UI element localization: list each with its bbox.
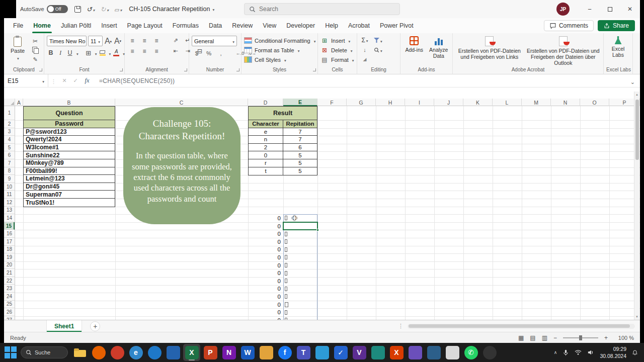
- column-header-o[interactable]: O: [580, 99, 609, 106]
- row-header-23[interactable]: 23: [4, 285, 15, 293]
- comments-button[interactable]: Comments: [544, 20, 594, 31]
- row-header-6[interactable]: 6: [4, 151, 15, 159]
- column-header-i[interactable]: I: [405, 99, 434, 106]
- password-column-header[interactable]: Password: [24, 120, 115, 128]
- taskbar-app-app-teal[interactable]: [369, 344, 386, 361]
- column-header-n[interactable]: N: [551, 99, 580, 106]
- cell-e8-repetition[interactable]: 5: [283, 167, 317, 175]
- workbook-title[interactable]: CH-105 Character Repetition: [129, 6, 214, 13]
- font-size-select[interactable]: 11: [88, 36, 103, 46]
- decrease-font-size-button[interactable]: A: [114, 37, 122, 45]
- taskbar-clock[interactable]: 09:29 30.08.2024: [600, 345, 626, 359]
- result-table-title[interactable]: Result: [249, 107, 317, 120]
- formula-bar-splitter[interactable]: [51, 76, 56, 85]
- horizontal-scrollbar[interactable]: [408, 324, 635, 329]
- save-button[interactable]: [74, 6, 81, 13]
- row-header-26[interactable]: 26: [4, 308, 15, 316]
- delete-cells-button[interactable]: Delete: [320, 45, 354, 55]
- menu-tab-insert[interactable]: Insert: [96, 18, 122, 33]
- menu-tab-view[interactable]: View: [258, 18, 281, 33]
- cut-button[interactable]: [31, 37, 39, 45]
- new-sheet-button[interactable]: [90, 321, 100, 331]
- row-header-25[interactable]: 25: [4, 301, 15, 309]
- vertical-scrollbar[interactable]: [634, 92, 639, 320]
- share-button[interactable]: Share: [598, 20, 635, 31]
- sort-filter-button[interactable]: [374, 36, 382, 44]
- font-name-select[interactable]: Times New Ro: [47, 36, 87, 46]
- align-top-button[interactable]: [128, 37, 136, 45]
- align-center-button[interactable]: [140, 47, 148, 55]
- microphone-icon[interactable]: [562, 349, 569, 356]
- row-header-20[interactable]: 20: [4, 261, 15, 269]
- column-header-k[interactable]: K: [463, 99, 493, 106]
- cell-d16[interactable]: 0: [248, 230, 283, 238]
- fill-handle[interactable]: [316, 229, 319, 231]
- align-right-button[interactable]: [152, 47, 160, 55]
- column-header-a[interactable]: A: [15, 99, 23, 106]
- row-header-4[interactable]: 4: [4, 136, 15, 144]
- cell-d7-character[interactable]: r: [249, 159, 283, 167]
- cell-styles-button[interactable]: Cell Styles: [244, 55, 315, 64]
- row-header-15[interactable]: 15: [4, 222, 15, 230]
- taskbar-app-onenote[interactable]: N: [220, 344, 237, 361]
- autosum-button[interactable]: Σ: [361, 36, 369, 44]
- cell-e23[interactable]: [283, 285, 317, 293]
- taskbar-app-firefox[interactable]: [90, 344, 107, 361]
- cell-b11-password[interactable]: Superman07: [24, 191, 115, 199]
- taskbar-app-app-dark[interactable]: [481, 344, 498, 361]
- cell-e3-repetition[interactable]: 7: [283, 128, 317, 136]
- cell-d5-character[interactable]: 2: [249, 144, 283, 151]
- cell-b8-password[interactable]: F00tball99!: [24, 167, 115, 175]
- cell-d25[interactable]: 0: [248, 301, 283, 309]
- cell-e26[interactable]: [283, 308, 317, 316]
- row-header-21[interactable]: 21: [4, 269, 15, 277]
- maximize-button[interactable]: [600, 0, 620, 18]
- cell-d17[interactable]: 0: [248, 238, 283, 246]
- alignment-dialog-launcher[interactable]: [184, 68, 187, 71]
- cancel-button[interactable]: [59, 77, 70, 84]
- menu-tab-formulas[interactable]: Formulas: [168, 18, 204, 33]
- bold-button[interactable]: B: [47, 49, 55, 57]
- repetition-column-header[interactable]: Repitation: [283, 120, 317, 128]
- taskbar-app-word[interactable]: W: [239, 344, 256, 361]
- increase-font-size-button[interactable]: A: [104, 37, 112, 45]
- analyze-data-button[interactable]: Analyze Data: [428, 36, 450, 59]
- hidden-icons-button[interactable]: [554, 350, 557, 355]
- collapse-ribbon-button[interactable]: [630, 77, 635, 86]
- menu-tab-julian-p-ltl[interactable]: Julian Pöltl: [56, 18, 96, 33]
- autosave-toggle[interactable]: Off: [47, 5, 68, 13]
- titlebar-search-box[interactable]: [244, 3, 400, 15]
- cell-e22[interactable]: [283, 277, 317, 285]
- row-header-5[interactable]: 5: [4, 144, 15, 152]
- row-header-14[interactable]: 14: [4, 214, 15, 222]
- row-header-24[interactable]: 24: [4, 293, 15, 301]
- cell-d21[interactable]: 0: [248, 269, 283, 277]
- volume-icon[interactable]: [587, 349, 594, 355]
- menu-tab-power-pivot[interactable]: Power Pivot: [375, 18, 419, 33]
- cell-b7-password[interactable]: M0nkey@789: [24, 159, 115, 167]
- format-as-table-button[interactable]: Format as Table: [244, 45, 315, 55]
- format-painter-button[interactable]: [31, 55, 39, 63]
- cell-d23[interactable]: 0: [248, 285, 283, 293]
- cell-e16[interactable]: [283, 230, 317, 238]
- cell-d6-character[interactable]: 0: [249, 151, 283, 159]
- row-header-2[interactable]: 2: [4, 120, 15, 128]
- create-pdf-share-outlook-button[interactable]: Erstellen von PDF-Dateien und Freigeben …: [526, 36, 601, 66]
- align-left-button[interactable]: [128, 47, 136, 55]
- insert-cells-button[interactable]: Insert: [320, 36, 354, 45]
- cell-e7-repetition[interactable]: 5: [283, 159, 317, 167]
- worksheet-area[interactable]: Question Password P@ssword123Qwerty!2024…: [4, 99, 640, 320]
- cell-b5-password[interactable]: W3lcome#1: [24, 144, 115, 152]
- align-bottom-button[interactable]: [152, 37, 160, 45]
- taskbar-app-app-violet[interactable]: [407, 344, 424, 361]
- taskbar-app-visual-studio[interactable]: V: [351, 344, 368, 361]
- conditional-formatting-button[interactable]: Conditional Formatting: [244, 36, 315, 45]
- clear-button[interactable]: [361, 55, 369, 63]
- cell-d4-character[interactable]: n: [249, 136, 283, 143]
- cell-b12-password[interactable]: TruStNo1!: [24, 199, 115, 207]
- cell-d18[interactable]: 0: [248, 246, 283, 254]
- currency-format-button[interactable]: $: [193, 49, 201, 57]
- cell-e27[interactable]: [283, 316, 317, 320]
- menu-tab-acrobat[interactable]: Acrobat: [343, 18, 375, 33]
- underline-button[interactable]: U: [66, 49, 74, 57]
